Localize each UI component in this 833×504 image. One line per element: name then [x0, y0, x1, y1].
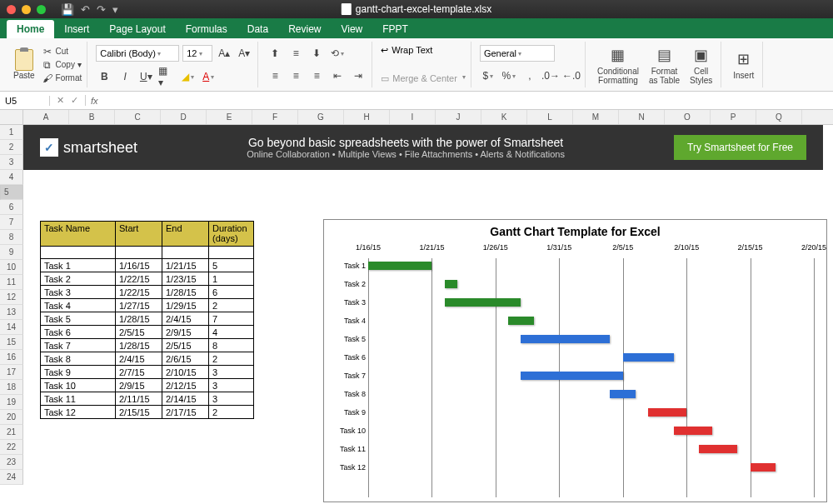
- table-row[interactable]: Task 31/22/151/28/156: [41, 286, 254, 299]
- try-smartsheet-button[interactable]: Try Smartsheet for Free: [674, 135, 806, 160]
- table-row[interactable]: Task 21/22/151/23/151: [41, 272, 254, 286]
- column-header[interactable]: D: [161, 110, 207, 124]
- table-header[interactable]: Start: [116, 222, 162, 247]
- column-header[interactable]: A: [23, 110, 69, 124]
- bold-button[interactable]: B: [96, 68, 112, 85]
- row-header[interactable]: 8: [0, 230, 23, 245]
- name-box[interactable]: U5: [0, 96, 50, 106]
- table-row[interactable]: Task 41/27/151/29/152: [41, 299, 254, 312]
- table-row[interactable]: Task 122/15/152/17/152: [41, 406, 254, 419]
- tab-view[interactable]: View: [331, 20, 372, 38]
- increase-decimal-button[interactable]: .0→: [542, 67, 559, 84]
- row-header[interactable]: 19: [0, 395, 23, 410]
- table-row[interactable]: Task 92/7/152/10/153: [41, 366, 254, 379]
- table-row[interactable]: Task 51/28/152/4/157: [41, 312, 254, 326]
- save-icon[interactable]: 💾: [61, 3, 74, 16]
- row-header[interactable]: 9: [0, 245, 23, 260]
- merge-center-button[interactable]: ▭Merge & Center: [381, 73, 466, 84]
- tab-insert[interactable]: Insert: [54, 20, 99, 38]
- column-header[interactable]: O: [665, 110, 711, 124]
- table-row[interactable]: Task 112/11/152/14/153: [41, 392, 254, 406]
- minimize-window-button[interactable]: [22, 5, 31, 14]
- column-header[interactable]: Q: [756, 110, 802, 124]
- column-header[interactable]: E: [207, 110, 252, 124]
- row-header[interactable]: 2: [0, 140, 23, 155]
- table-row[interactable]: Task 71/28/152/5/158: [41, 339, 254, 352]
- qat-more-icon[interactable]: ▾: [112, 3, 118, 16]
- tab-home[interactable]: Home: [7, 20, 54, 38]
- table-header[interactable]: Duration (days): [209, 222, 254, 247]
- row-header[interactable]: 21: [0, 425, 23, 440]
- row-header[interactable]: 20: [0, 410, 23, 425]
- table-header[interactable]: Task Name: [41, 222, 116, 247]
- column-header[interactable]: N: [619, 110, 665, 124]
- font-color-button[interactable]: A: [200, 68, 217, 85]
- column-header[interactable]: I: [390, 110, 436, 124]
- border-button[interactable]: ▦ ▾: [158, 68, 175, 85]
- row-header[interactable]: 4: [0, 170, 23, 185]
- fill-color-button[interactable]: ◢: [179, 68, 196, 85]
- format-as-table-button[interactable]: ▤Format as Table: [646, 42, 683, 87]
- column-header[interactable]: B: [69, 110, 115, 124]
- row-header[interactable]: 3: [0, 155, 23, 170]
- align-left-button[interactable]: ≡: [267, 67, 283, 84]
- tab-fppt[interactable]: FPPT: [372, 20, 418, 38]
- font-size-select[interactable]: 12: [182, 45, 212, 62]
- row-header[interactable]: 10: [0, 260, 23, 275]
- align-center-button[interactable]: ≡: [287, 67, 304, 84]
- italic-button[interactable]: I: [117, 68, 133, 85]
- zoom-window-button[interactable]: [37, 5, 46, 14]
- task-table[interactable]: Task NameStartEndDuration (days) Task 11…: [40, 221, 254, 419]
- row-header[interactable]: 18: [0, 380, 23, 395]
- row-header[interactable]: 13: [0, 305, 23, 320]
- decrease-font-button[interactable]: A▾: [236, 45, 252, 62]
- column-header[interactable]: P: [711, 110, 756, 124]
- tab-data[interactable]: Data: [237, 20, 278, 38]
- row-header[interactable]: 12: [0, 290, 23, 305]
- table-header[interactable]: End: [162, 222, 209, 247]
- column-header[interactable]: C: [115, 110, 161, 124]
- align-bottom-button[interactable]: ⬇: [308, 45, 325, 62]
- insert-cells-button[interactable]: ⊞Insert: [730, 42, 757, 87]
- cut-button[interactable]: ✂Cut: [42, 46, 82, 57]
- row-header[interactable]: 16: [0, 350, 23, 365]
- table-row[interactable]: Task 102/9/152/12/153: [41, 379, 254, 392]
- row-header[interactable]: 7: [0, 215, 23, 230]
- row-header[interactable]: 11: [0, 275, 23, 290]
- column-header[interactable]: J: [436, 110, 481, 124]
- row-header[interactable]: 15: [0, 335, 23, 350]
- number-format-select[interactable]: General: [480, 45, 555, 62]
- conditional-formatting-button[interactable]: ▦Conditional Formatting: [594, 42, 642, 87]
- column-header[interactable]: M: [573, 110, 619, 124]
- fx-label[interactable]: fx: [86, 96, 103, 106]
- currency-button[interactable]: $: [480, 67, 496, 84]
- table-row[interactable]: Task 11/16/151/21/155: [41, 259, 254, 272]
- orientation-button[interactable]: ⟲: [329, 45, 346, 62]
- column-header[interactable]: G: [298, 110, 344, 124]
- font-name-select[interactable]: Calibri (Body): [96, 45, 179, 62]
- column-header[interactable]: H: [344, 110, 390, 124]
- column-header[interactable]: K: [481, 110, 527, 124]
- column-header[interactable]: F: [252, 110, 298, 124]
- tab-formulas[interactable]: Formulas: [176, 20, 237, 38]
- spreadsheet-grid[interactable]: ABCDEFGHIJKLMNOPQ 1234567891011121314151…: [0, 110, 833, 504]
- decrease-decimal-button[interactable]: ←.0: [563, 67, 580, 84]
- table-row[interactable]: Task 82/4/152/6/152: [41, 352, 254, 366]
- percent-button[interactable]: %: [501, 67, 517, 84]
- cancel-formula-icon[interactable]: ✕: [57, 95, 64, 106]
- row-header[interactable]: 14: [0, 320, 23, 335]
- cell-styles-button[interactable]: ▣Cell Styles: [686, 42, 716, 87]
- row-header[interactable]: 6: [0, 200, 23, 215]
- decrease-indent-button[interactable]: ⇤: [329, 67, 346, 84]
- formula-input[interactable]: [103, 96, 833, 106]
- wrap-text-button[interactable]: ↩Wrap Text: [381, 45, 466, 56]
- row-header[interactable]: 1: [0, 125, 23, 140]
- tab-page-layout[interactable]: Page Layout: [99, 20, 175, 38]
- row-header[interactable]: 17: [0, 365, 23, 380]
- accept-formula-icon[interactable]: ✓: [71, 95, 78, 106]
- table-row[interactable]: Task 62/5/152/9/154: [41, 326, 254, 339]
- align-top-button[interactable]: ⬆: [267, 45, 283, 62]
- tab-review[interactable]: Review: [278, 20, 331, 38]
- underline-button[interactable]: U ▾: [137, 68, 154, 85]
- increase-font-button[interactable]: A▴: [216, 45, 232, 62]
